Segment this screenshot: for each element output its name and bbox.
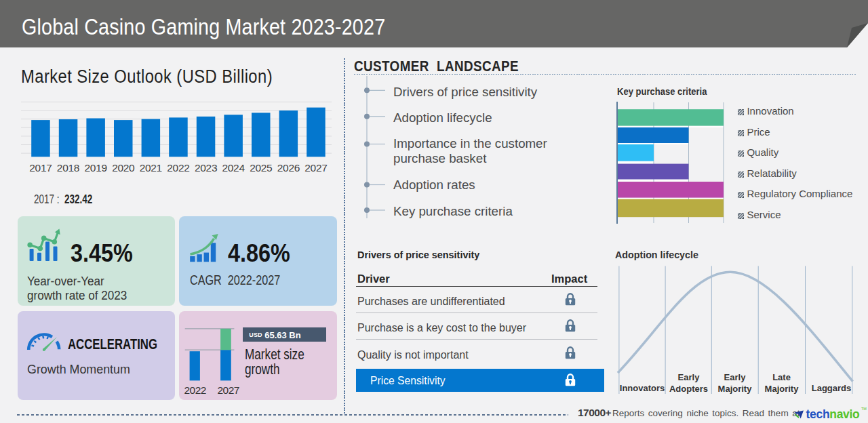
- svg-text:TM: TM: [861, 407, 867, 411]
- svg-text:technavio: technavio: [806, 407, 860, 421]
